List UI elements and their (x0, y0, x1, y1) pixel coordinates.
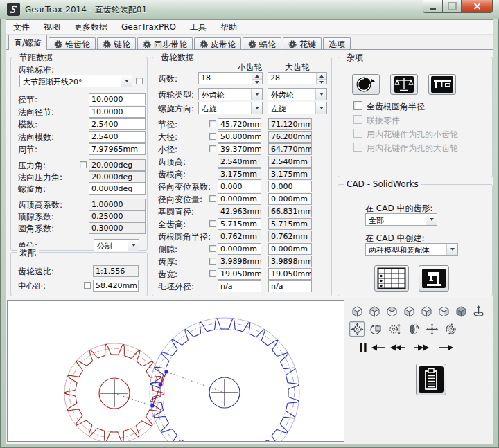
gear-value-field[interactable]: 3.175mm (268, 168, 312, 180)
pinion-hand-select[interactable]: 右旋 (198, 102, 263, 114)
pinion-value-field[interactable]: 45.720mm (218, 118, 261, 130)
tab-6[interactable]: 花键 (283, 37, 322, 50)
menu-item-2[interactable]: 更多数据 (67, 20, 114, 35)
stepper-buttons[interactable] (252, 73, 262, 84)
cube-solid-button[interactable] (453, 303, 469, 319)
arrow-left-button[interactable] (371, 340, 386, 355)
pinion-type-select[interactable]: 外齿轮 (198, 88, 263, 100)
pinion-teeth-stepper[interactable]: 18 (198, 72, 263, 84)
machine-button[interactable] (419, 265, 449, 292)
pinion-value-field[interactable]: 0.000mm (218, 243, 261, 255)
gear-value-field[interactable]: 0.762mm (268, 231, 312, 242)
step-up-icon[interactable] (317, 73, 326, 79)
gear-standard-checkbox[interactable] (136, 78, 143, 84)
row-checkbox[interactable] (84, 282, 91, 289)
pinion-value-field[interactable]: 19.050mm (218, 268, 261, 280)
value-field[interactable]: 10.0000 (89, 93, 146, 105)
cad-create-select[interactable]: 两种模型和装配体 (365, 243, 458, 256)
value-field[interactable]: 2.5400 (89, 118, 146, 130)
pinion-value-field[interactable]: 3.175mm (218, 168, 261, 180)
close-button[interactable] (461, 0, 493, 13)
value-field[interactable]: 0.0000deg (89, 183, 146, 195)
menu-item-3[interactable]: GearTraxPRO (114, 21, 183, 33)
pinion-value-field[interactable]: 3.9898mm (218, 256, 261, 267)
gear-value-field[interactable]: 3.9898mm (268, 256, 312, 267)
data-table-button[interactable] (374, 265, 409, 292)
cube-front-button[interactable] (401, 303, 417, 319)
cube-back-button[interactable] (367, 303, 382, 319)
misc-checkbox-2[interactable] (353, 129, 362, 138)
rotate-gear-button[interactable] (443, 321, 458, 337)
arrow-right-button[interactable] (439, 340, 454, 355)
tab-5[interactable]: 蜗轮 (243, 37, 281, 50)
tab-4[interactable]: 皮带轮 (194, 37, 241, 50)
gear-value-field[interactable]: 0.000mm (268, 193, 312, 205)
step-up-icon[interactable] (252, 73, 262, 79)
menu-item-0[interactable]: 文件 (6, 20, 37, 35)
step-down-icon[interactable] (317, 79, 326, 84)
misc-checkbox-1[interactable] (353, 115, 362, 124)
zoom-fit-gear-button[interactable] (349, 321, 365, 337)
cad-tooth-select[interactable]: 全部 (365, 213, 437, 226)
tab-7[interactable]: 选项 (323, 37, 351, 50)
value-field[interactable]: 7.97965mm (89, 143, 146, 155)
pinion-value-field[interactable]: 50.800mm (218, 131, 261, 143)
menu-item-1[interactable]: 视图 (37, 20, 67, 35)
tab-0[interactable]: 直/螺旋 (8, 35, 47, 50)
menu-item-5[interactable]: 帮助 (213, 20, 244, 35)
value-field[interactable]: 10.0000 (89, 106, 146, 118)
row-checkbox[interactable] (209, 220, 216, 227)
stepper-buttons[interactable] (316, 73, 326, 84)
gear-value-field[interactable]: 2.540mm (268, 156, 312, 168)
clipboard-button[interactable] (416, 364, 446, 395)
pinion-value-field[interactable]: 2.540mm (218, 156, 261, 168)
caliper-button[interactable] (428, 74, 456, 95)
gear-value-field[interactable]: 66.831mm (268, 206, 312, 217)
pinion-value-field[interactable]: 39.370mm (218, 143, 261, 155)
gear-standard-select[interactable]: 大节距渐开线20° (19, 75, 132, 87)
pinion-value-field[interactable]: 42.963mm (218, 206, 261, 217)
row-checkbox[interactable] (209, 245, 216, 252)
gear-value-field[interactable]: 64.770mm (268, 143, 312, 155)
minimize-button[interactable] (423, 0, 443, 13)
pinion-value-field[interactable]: 5.715mm (218, 218, 261, 230)
gear-value-field[interactable]: 0.000mm (268, 243, 312, 255)
pinion-value-field[interactable]: 0.000mm (218, 193, 261, 205)
cam-button[interactable] (352, 74, 380, 95)
gear-value-field[interactable]: 76.200mm (268, 131, 312, 143)
arrow-double-left-button[interactable] (390, 340, 405, 355)
pinion-value-field[interactable]: 0.000 (218, 181, 261, 192)
gear-value-field[interactable]: 0.000 (268, 181, 312, 192)
rotate-view-button[interactable] (368, 321, 383, 337)
gear-preview-canvas[interactable] (7, 300, 344, 442)
misc-checkbox-0[interactable] (353, 101, 362, 110)
cube-left-button[interactable] (349, 303, 365, 319)
cube-bottom-button[interactable] (436, 303, 451, 319)
value-field[interactable]: 1:1.556 (93, 265, 139, 277)
value-field[interactable]: 20.000deg (89, 171, 146, 183)
value-field[interactable]: 2.5400 (89, 131, 146, 143)
pinion-value-field[interactable]: 0.762mm (218, 231, 261, 242)
step-down-icon[interactable] (252, 79, 262, 84)
units-select[interactable]: 公制 (94, 239, 139, 251)
row-checkbox[interactable] (80, 161, 87, 168)
cube-right-button[interactable] (419, 303, 434, 319)
balance-scale-button[interactable] (390, 74, 418, 95)
zoom-gear-button[interactable] (387, 321, 402, 337)
row-checkbox[interactable] (209, 270, 216, 277)
tab-1[interactable]: 锥齿轮 (49, 37, 96, 50)
pan-button[interactable] (424, 321, 439, 337)
cube-top-button[interactable] (384, 303, 399, 319)
gear-type-select[interactable]: 外齿轮 (268, 88, 327, 100)
row-checkbox[interactable] (209, 195, 216, 202)
mesh-side-button[interactable] (405, 321, 421, 337)
value-field[interactable]: 20.000deg (89, 159, 146, 171)
maximize-button[interactable] (442, 0, 462, 13)
value-field[interactable]: 58.420mm (93, 280, 139, 292)
misc-checkbox-3[interactable] (353, 143, 362, 152)
value-field[interactable]: 0.30000 (89, 222, 146, 234)
value-field[interactable]: 1.00000 (89, 199, 146, 210)
gear-value-field[interactable]: 19.050mm (268, 268, 312, 280)
row-checkbox[interactable] (209, 133, 216, 140)
gear-value-field[interactable]: 5.715mm (268, 218, 312, 230)
